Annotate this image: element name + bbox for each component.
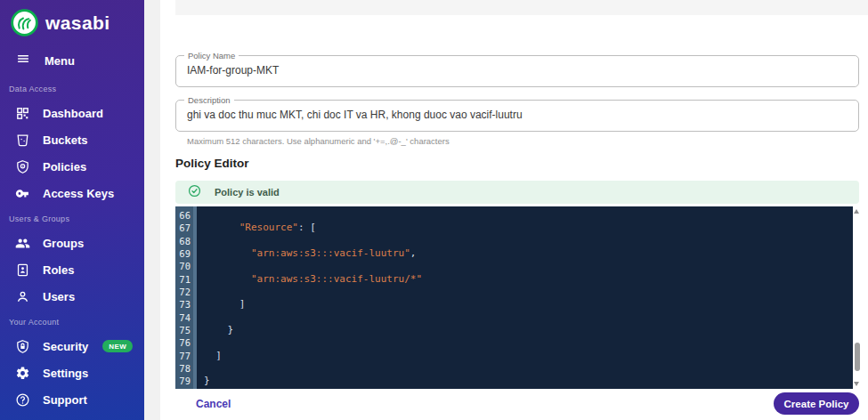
code-line[interactable] (204, 235, 853, 247)
policy-name-field[interactable]: Policy Name (175, 55, 859, 87)
policy-shield-icon (15, 159, 30, 174)
description-field[interactable]: Description (175, 100, 859, 132)
policy-valid-text: Policy is valid (215, 187, 280, 198)
description-label: Description (184, 95, 234, 105)
sidebar-item-users[interactable]: Users (0, 283, 144, 310)
security-shield-icon (15, 339, 30, 354)
hamburger-menu-icon (16, 52, 30, 69)
code-line[interactable] (204, 311, 853, 324)
code-line[interactable] (204, 362, 853, 375)
line-number: 73 (175, 298, 191, 311)
role-badge-icon (15, 262, 30, 278)
sidebar-item-label: Groups (43, 237, 84, 250)
sidebar-item-groups[interactable]: Groups (0, 230, 144, 256)
menu-toggle[interactable]: Menu (16, 52, 75, 69)
line-number: 72 (175, 286, 191, 298)
sidebar-section-label: Data Access (0, 80, 144, 100)
line-number: 67 (175, 222, 191, 234)
code-line[interactable]: } (204, 324, 853, 336)
sidebar-nav: Data AccessDashboardBucketsPoliciesAcces… (0, 80, 144, 416)
wasabi-logo[interactable]: wasabi (10, 8, 110, 37)
line-number: 68 (175, 235, 191, 247)
line-number: 74 (175, 311, 191, 324)
key-icon (15, 186, 30, 201)
code-line[interactable] (204, 260, 853, 272)
sidebar-item-label: Roles (43, 263, 74, 277)
check-circle-icon (188, 184, 201, 201)
line-number: 76 (175, 336, 191, 349)
line-number: 66 (175, 209, 191, 222)
code-area[interactable]: "Resource": [ "arn:aws:s3:::vacif-luutru… (197, 206, 853, 389)
sidebar-item-buckets[interactable]: Buckets (0, 126, 144, 153)
sidebar-section: Data AccessDashboardBucketsPoliciesAcces… (0, 80, 144, 206)
code-line[interactable] (204, 209, 853, 222)
sidebar-section: Your AccountSecurityNEWSettingsSupport (0, 313, 144, 413)
sidebar-item-access-keys[interactable]: Access Keys (0, 180, 144, 206)
brand-name: wasabi (45, 12, 110, 34)
policy-code-editor[interactable]: 6667686970717273747576777879 "Resource":… (175, 206, 861, 389)
sidebar-item-label: Support (43, 393, 87, 407)
code-line[interactable]: } (204, 375, 853, 387)
sidebar-item-label: Access Keys (43, 187, 114, 200)
code-line[interactable] (204, 286, 853, 298)
code-line[interactable]: ] (204, 350, 853, 362)
bucket-icon (15, 133, 30, 148)
sidebar-item-roles[interactable]: Roles (0, 256, 144, 283)
policy-name-input[interactable] (187, 64, 848, 77)
sidebar: wasabi Menu Data AccessDashboardBucketsP… (0, 0, 144, 420)
groups-icon (15, 236, 30, 251)
sidebar-section-label: Users & Groups (0, 210, 144, 230)
policy-valid-banner: Policy is valid (175, 181, 859, 204)
user-icon (15, 289, 30, 304)
code-line[interactable] (204, 336, 853, 349)
create-policy-button[interactable]: Create Policy (774, 392, 859, 415)
page-gutter (144, 0, 160, 420)
sidebar-section-label: Your Account (0, 313, 144, 333)
sidebar-item-dashboard[interactable]: Dashboard (0, 100, 144, 126)
sidebar-item-policies[interactable]: Policies (0, 153, 144, 180)
sidebar-item-label: Settings (43, 367, 88, 380)
code-line[interactable]: "arn:aws:s3:::vacif-luutru", (204, 247, 853, 260)
menu-label: Menu (45, 54, 75, 68)
main-content: Policy Name Description Maximum 512 char… (160, 0, 868, 420)
scroll-down-icon[interactable] (854, 382, 859, 386)
sidebar-item-settings[interactable]: Settings (0, 359, 144, 386)
policy-editor-heading: Policy Editor (175, 157, 249, 170)
dashboard-icon (15, 106, 30, 121)
help-icon (15, 392, 30, 408)
sidebar-item-label: Buckets (43, 133, 88, 147)
gear-icon (15, 366, 30, 381)
code-line[interactable]: ] (204, 298, 853, 311)
sidebar-item-label: Dashboard (43, 107, 103, 120)
line-number: 79 (175, 375, 191, 387)
new-badge: NEW (102, 340, 133, 352)
sidebar-item-security[interactable]: SecurityNEW (0, 333, 144, 359)
code-line[interactable]: "arn:aws:s3:::vacif-luutru/*" (204, 273, 853, 286)
scroll-up-icon[interactable] (854, 209, 859, 214)
editor-scrollbar[interactable] (853, 206, 861, 389)
sidebar-item-label: Security (43, 340, 88, 353)
cancel-button[interactable]: Cancel (196, 398, 231, 410)
description-input[interactable] (187, 109, 848, 121)
code-line[interactable]: "Resource": [ (204, 222, 853, 234)
description-helper-text: Maximum 512 characters. Use alphanumeric… (187, 136, 450, 146)
scrollbar-thumb[interactable] (855, 343, 860, 371)
sidebar-item-label: Users (43, 290, 75, 303)
line-number-gutter: 6667686970717273747576777879 (175, 206, 193, 389)
line-number: 77 (175, 350, 191, 362)
sidebar-section: Users & GroupsGroupsRolesUsers (0, 210, 144, 310)
line-number: 71 (175, 273, 191, 286)
line-number: 75 (175, 324, 191, 336)
policy-name-label: Policy Name (184, 51, 239, 61)
line-number: 78 (175, 362, 191, 375)
line-number: 70 (175, 260, 191, 272)
line-number: 69 (175, 247, 191, 260)
wasabi-logo-icon (10, 8, 39, 37)
sidebar-item-label: Policies (43, 160, 86, 174)
sidebar-item-support[interactable]: Support (0, 386, 144, 413)
top-bar (175, 0, 868, 15)
